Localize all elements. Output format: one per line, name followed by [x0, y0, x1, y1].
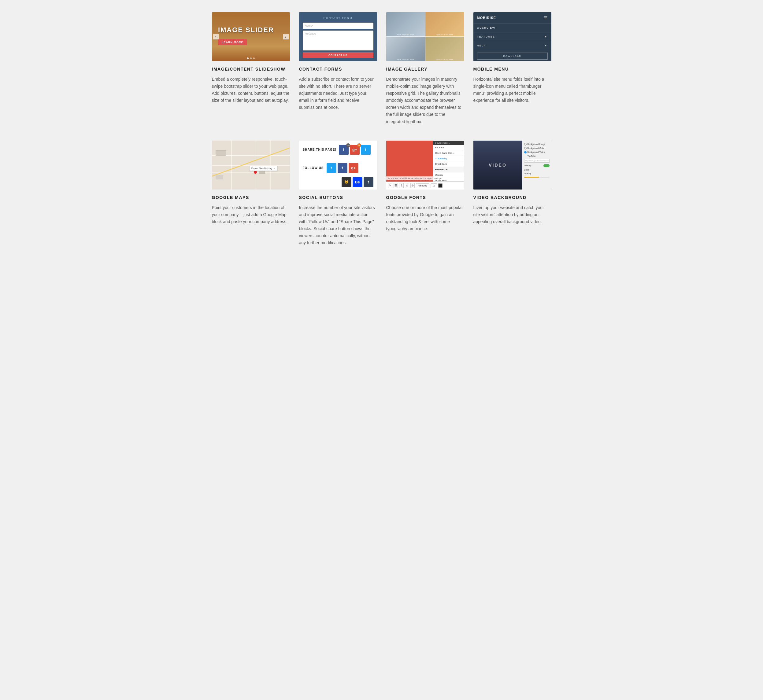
mm-nav-overview[interactable]: OVERVIEW [473, 23, 551, 33]
video-main-area: VIDEO [473, 141, 522, 189]
tumblr-letter: t [368, 180, 369, 184]
gallery-caption-3: Type caption here [386, 58, 425, 60]
map-tooltip-text: Empire State Building [251, 167, 272, 169]
card-title-video: VIDEO BACKGROUND [473, 195, 551, 200]
gallery-preview-image: Type caption here Type caption here Type… [386, 12, 464, 61]
gallery-cell-4[interactable]: Type caption here [425, 37, 464, 61]
mm-download-button[interactable]: DOWNLOAD [477, 53, 548, 59]
fonts-dropdown-area: Source San... PT Sans Open Sans Con... ✓… [386, 141, 464, 181]
font-size-badge[interactable]: 17 [431, 183, 437, 188]
fb-count: 192 [346, 143, 350, 147]
mm-header: MOBIRISE ☰ [473, 12, 551, 23]
font-pt-sans[interactable]: PT Sans [433, 145, 464, 150]
social-share-label: SHARE THIS PAGE! [303, 148, 336, 151]
card-desc-video: Liven up your website and catch your sit… [473, 204, 551, 225]
fonts-bg: Source San... PT Sans Open Sans Con... ✓… [386, 141, 464, 189]
video-bg-video-label: Background Video [528, 151, 545, 153]
slider-prev-arrow[interactable]: ‹ [213, 34, 219, 39]
card-mobile-menu: MOBIRISE ☰ OVERVIEW FEATURES ▼ HELP ▼ DO… [473, 12, 551, 125]
twitter-follow-icon[interactable]: t [327, 163, 336, 173]
map-tooltip: Empire State Building ✕ [249, 166, 278, 171]
toolbar-icon-5[interactable]: ⚙ [410, 183, 415, 188]
github-icon[interactable]: 🐱 [342, 177, 351, 187]
map-tooltip-close[interactable]: ✕ [274, 167, 276, 169]
card-desc-maps: Point your customers in the location of … [212, 204, 290, 225]
slider-heading: IMAGE SLIDER [218, 26, 274, 34]
hamburger-icon[interactable]: ☰ [544, 15, 548, 20]
fonts-dropdown: Source San... PT Sans Open Sans Con... ✓… [433, 141, 464, 181]
video-overlay-row: Overlay [524, 164, 550, 167]
gallery-cell-2[interactable]: Type caption here [425, 12, 464, 36]
mobile-menu-bg: MOBIRISE ☰ OVERVIEW FEATURES ▼ HELP ▼ DO… [473, 12, 551, 61]
fonts-preview-image: Source San... PT Sans Open Sans Con... ✓… [386, 141, 464, 189]
social-preview-image: SHARE THIS PAGE! f 192 g+ 47 t [299, 141, 377, 189]
card-title-fonts: GOOGLE FONTS [386, 195, 464, 200]
gplus-follow-icon[interactable]: g+ [349, 163, 359, 173]
github-letter: 🐱 [344, 180, 349, 184]
font-montserrat[interactable]: Montserrat [433, 167, 464, 172]
social-follow-row: FOLLOW US t f g+ [303, 163, 373, 173]
card-title-mobile-menu: MOBILE MENU [473, 67, 551, 72]
video-bg-video-radio[interactable] [524, 151, 526, 153]
slider-dot-2[interactable] [250, 58, 252, 59]
twitter-share-icon[interactable]: t [361, 145, 371, 155]
cf-name-input[interactable]: Name* [303, 23, 373, 29]
font-name-badge[interactable]: Raleway [416, 183, 430, 188]
contact-form-preview-image: CONTACT FORM Name* Message CONTACT US [299, 12, 377, 61]
video-url-input[interactable]: http://www.youtube.com/watd [524, 159, 550, 162]
fonts-left-panel [386, 141, 433, 181]
card-image-gallery: Type caption here Type caption here Type… [386, 12, 464, 125]
toolbar-icon-1[interactable]: ✎ [388, 183, 392, 188]
video-bg-color-radio[interactable] [524, 147, 526, 150]
mm-nav-help-label: HELP [477, 44, 486, 47]
card-title-gallery: IMAGE GALLERY [386, 67, 464, 72]
gplus-share-icon[interactable]: g+ 47 [350, 145, 360, 155]
toolbar-icon-2[interactable]: ☰ [393, 183, 398, 188]
video-bg-image-radio[interactable] [524, 143, 526, 145]
font-color-picker[interactable] [438, 183, 442, 188]
slider-bg: IMAGE SLIDER LEARN MORE ‹ › [212, 12, 290, 61]
card-desc-slider: Embed a completely responsive, touch-swi… [212, 76, 290, 104]
video-bg-color-label: Background Color [528, 147, 545, 149]
facebook-follow-icon[interactable]: f [338, 163, 348, 173]
video-opacity-slider[interactable] [524, 177, 550, 178]
map-road-v1 [231, 141, 232, 189]
cf-message-textarea[interactable]: Message [303, 31, 373, 50]
font-open-sans[interactable]: Open Sans Con... [433, 150, 464, 156]
cf-preview-title: CONTACT FORM [303, 17, 373, 20]
video-bg-image-row: Background Image [524, 143, 550, 145]
slider-dots [247, 58, 255, 59]
card-desc-mobile-menu: Horizontal site menu folds itself into a… [473, 76, 551, 104]
toolbar-icon-3[interactable]: ⋮ [399, 183, 404, 188]
font-droid-sans[interactable]: Droid Sans [433, 161, 464, 167]
fonts-scroll-text: ite in a few clicks! Mobirise helps you … [386, 177, 464, 180]
toolbar-icon-4[interactable]: ⚙ [405, 183, 409, 188]
cf-submit-button[interactable]: CONTACT US [303, 52, 373, 58]
card-google-maps: Empire State Building ✕ GOOGLE MAPS Poin… [212, 141, 290, 247]
slider-next-arrow[interactable]: › [283, 34, 289, 39]
mm-nav-help[interactable]: HELP ▼ [473, 41, 551, 50]
facebook-share-icon[interactable]: f 192 [339, 145, 349, 155]
map-road-v2 [255, 141, 255, 189]
learn-more-button[interactable]: LEARN MORE [218, 39, 247, 45]
font-raleway[interactable]: ✓ Raleway [433, 156, 464, 161]
card-title-social: SOCIAL BUTTONS [299, 195, 377, 200]
card-title-contact: CONTACT FORMS [299, 67, 377, 72]
card-social-buttons: SHARE THIS PAGE! f 192 g+ 47 t [299, 141, 377, 247]
video-bg-color-row: Background Color [524, 147, 550, 150]
row2-grid: Empire State Building ✕ GOOGLE MAPS Poin… [212, 141, 551, 247]
tw-letter: t [365, 147, 367, 152]
behance-icon[interactable]: Be [353, 177, 362, 187]
gallery-cell-1[interactable]: Type caption here [386, 12, 425, 36]
mm-nav-features-label: FEATURES [477, 35, 495, 38]
social-extra-icons: 🐱 Be t [342, 177, 373, 187]
gplus2-letter: g+ [351, 166, 356, 170]
video-overlay-toggle[interactable] [544, 164, 550, 167]
mm-nav-features[interactable]: FEATURES ▼ [473, 33, 551, 41]
slider-dot-1[interactable] [247, 58, 249, 59]
slider-dot-3[interactable] [253, 58, 255, 59]
tumblr-icon[interactable]: t [363, 177, 373, 187]
mm-nav-overview-label: OVERVIEW [477, 26, 495, 29]
card-image-slider: IMAGE SLIDER LEARN MORE ‹ › IMAGE/CONTEN… [212, 12, 290, 125]
gallery-cell-3[interactable]: Type caption here [386, 37, 425, 61]
